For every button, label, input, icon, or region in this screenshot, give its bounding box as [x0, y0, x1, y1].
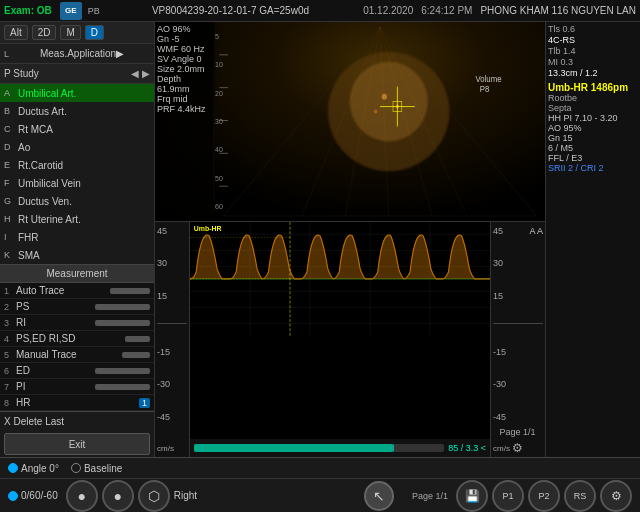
settings-btn[interactable]: ⚙ — [600, 480, 632, 512]
alt-button[interactable]: Alt — [4, 25, 28, 40]
study-item-umbilical-vein[interactable]: F Umbilical Vein — [0, 174, 154, 192]
gn-label: Gn 15 — [548, 133, 638, 143]
left-panel: Alt 2D M D L Meas.Application ▶ P Study … — [0, 22, 155, 457]
meas-item-pi[interactable]: 7 PI — [0, 379, 154, 395]
study-name-g: Ductus Ven. — [18, 196, 150, 207]
meas-item-ed[interactable]: 6 ED — [0, 363, 154, 379]
vol-radio[interactable] — [8, 491, 18, 501]
mi-stat: MI 0.3 — [548, 57, 638, 67]
p1-label: P1 — [502, 491, 513, 501]
vol-option[interactable]: 0/60/-60 — [8, 490, 58, 501]
2d-button[interactable]: 2D — [32, 25, 57, 40]
meas-item-psed[interactable]: 4 PS,ED RI,SD — [0, 331, 154, 347]
size-stat: 13.3cm / 1.2 — [548, 68, 638, 78]
meas-item-manual-trace[interactable]: 5 Manual Trace — [0, 347, 154, 363]
ao-param: AO 96% — [157, 24, 211, 34]
l-label: L — [4, 49, 38, 59]
circle-btn-2[interactable]: ● — [102, 480, 134, 512]
settings-bottom-icon: ⚙ — [611, 489, 622, 503]
nav-center-btn[interactable]: ↖ — [364, 481, 394, 511]
ge-logo: GE — [60, 2, 82, 20]
progress-label: 85 / 3.3 < — [448, 443, 486, 453]
meas-bar-1 — [110, 288, 150, 294]
circle-btn-3-icon: ⬡ — [148, 488, 160, 504]
save-btn[interactable]: 💾 — [456, 480, 488, 512]
tls-stat: Tls 0.6 — [548, 24, 638, 34]
meas-app-row[interactable]: L Meas.Application ▶ — [0, 44, 154, 64]
meas-item-ri[interactable]: 3 RI — [0, 315, 154, 331]
study-label: P Study — [4, 68, 131, 79]
meas-bar-5 — [122, 352, 150, 358]
ao95-label: AO 95% — [548, 123, 638, 133]
meas-item-ps[interactable]: 2 PS — [0, 299, 154, 315]
study-header: P Study ◀ ▶ — [0, 64, 154, 84]
study-name-i: FHR — [18, 232, 150, 243]
p1-btn[interactable]: P1 — [492, 480, 524, 512]
circle-btn-2-icon: ● — [113, 488, 121, 504]
meas-name-4: PS,ED RI,SD — [16, 333, 125, 344]
study-name-e: Rt.Carotid — [18, 160, 150, 171]
pb-badge: PB — [88, 6, 100, 16]
study-item-rt-carotid[interactable]: E Rt.Carotid — [0, 156, 154, 174]
meas-bar-3 — [95, 320, 150, 326]
settings-icon[interactable]: ⚙ — [512, 441, 523, 455]
aa-label: A A — [529, 226, 543, 236]
meas-item-auto-trace[interactable]: 1 Auto Trace — [0, 283, 154, 299]
meas-num-3: 3 — [4, 318, 16, 328]
study-key-d: D — [4, 142, 18, 152]
study-key-i: I — [4, 232, 18, 242]
doppler-scale-right: 45 30 15 -15 -30 -45 cm/s — [490, 222, 545, 457]
fourC-stat: 4C-RS — [548, 35, 638, 45]
meas-num-4: 4 — [4, 334, 16, 344]
toolbar-row: Alt 2D M D — [0, 22, 154, 44]
study-item-umbilical-art[interactable]: A Umbilical Art. — [0, 84, 154, 102]
exam-label: Exam: OB — [4, 5, 52, 16]
bottom-toolbar: Angle 0° Baseline 0/60/-60 ● ● ⬡ Right ↖ — [0, 457, 640, 512]
circle-btn-3[interactable]: ⬡ — [138, 480, 170, 512]
meas-num-5: 5 — [4, 350, 16, 360]
study-item-rt-mca[interactable]: C Rt MCA — [0, 120, 154, 138]
arrow-right-icon: ▶ — [116, 48, 150, 59]
size-param: Size 2.0mm — [157, 64, 211, 74]
study-name-h: Rt Uterine Art. — [18, 214, 150, 225]
us-sector-svg: Volume P8 — [215, 22, 545, 221]
study-item-ductus-ven[interactable]: G Ductus Ven. — [0, 192, 154, 210]
scan-date: 01.12.2020 — [363, 5, 413, 16]
study-item-fhr[interactable]: I FHR — [0, 228, 154, 246]
p2-btn[interactable]: P2 — [528, 480, 560, 512]
baseline-option[interactable]: Baseline — [71, 463, 122, 474]
study-item-ductus-art[interactable]: B Ductus Art. — [0, 102, 154, 120]
top-bar: Exam: OB GE PB VP8004239-20-12-01-7 GA=2… — [0, 0, 640, 22]
angle-label: Angle 0° — [21, 463, 59, 474]
meas-bar-2 — [95, 304, 150, 310]
circle-btn-1[interactable]: ● — [66, 480, 98, 512]
study-key-e: E — [4, 160, 18, 170]
baseline-label: Baseline — [84, 463, 122, 474]
meas-num-8: 8 — [4, 398, 16, 408]
study-item-rt-uterine[interactable]: H Rt Uterine Art. — [0, 210, 154, 228]
exit-button[interactable]: Exit — [4, 433, 150, 455]
doppler-scale-left: 45 30 15 -15 -30 -45 cm/s — [155, 222, 190, 457]
baseline-radio[interactable] — [71, 463, 81, 473]
rs-btn[interactable]: RS — [564, 480, 596, 512]
measurement-header: Measurement — [0, 265, 154, 283]
delete-last-button[interactable]: X Delete Last — [4, 416, 64, 427]
study-item-sma[interactable]: K SMA — [0, 246, 154, 264]
study-name-d: Ao — [18, 142, 150, 153]
meas-name-1: Auto Trace — [16, 285, 110, 296]
angle-option[interactable]: Angle 0° — [8, 463, 59, 474]
meas-app-label: Meas.Application — [40, 48, 116, 59]
m-button[interactable]: M — [60, 25, 80, 40]
d-button[interactable]: D — [85, 25, 104, 40]
angle-radio[interactable] — [8, 463, 18, 473]
save-icon: 💾 — [465, 489, 480, 503]
svg-text:P8: P8 — [480, 83, 490, 94]
study-item-ao[interactable]: D Ao — [0, 138, 154, 156]
doppler-units-left: cm/s — [157, 444, 187, 453]
ffl-e3-label: FFL / E3 — [548, 153, 638, 163]
meas-item-hr[interactable]: 8 HR 1 — [0, 395, 154, 411]
vol-label: 0/60/-60 — [21, 490, 58, 501]
meas-name-3: RI — [16, 317, 95, 328]
meas-num-7: 7 — [4, 382, 16, 392]
study-key-b: B — [4, 106, 18, 116]
